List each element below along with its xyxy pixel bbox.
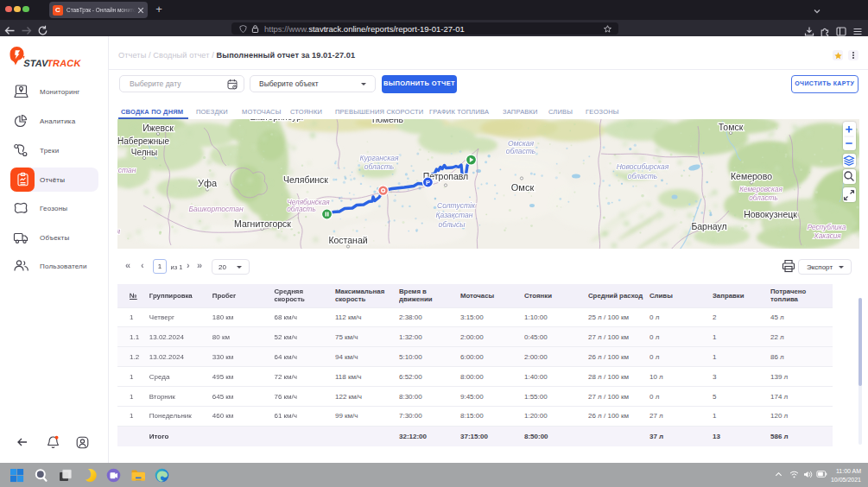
svg-text:Новосибирская: Новосибирская: [617, 162, 669, 171]
svg-text:Магнитогорск: Магнитогорск: [234, 218, 291, 228]
svg-text:Барнаул: Барнаул: [691, 221, 726, 231]
svg-text:область: область: [364, 162, 395, 171]
svg-text:Ижевск: Ижевск: [143, 122, 174, 132]
svg-text:Набережные: Набережные: [117, 136, 169, 146]
svg-text:область: область: [287, 206, 315, 213]
svg-text:Челны: Челны: [131, 148, 157, 157]
svg-text:Костанай: Костанай: [328, 235, 367, 245]
svg-text:Хакасия: Хакасия: [813, 231, 841, 239]
svg-text:Уфа: Уфа: [198, 177, 218, 187]
svg-text:Омская: Омская: [508, 138, 534, 147]
svg-text:Башкортостан: Башкортостан: [188, 204, 243, 212]
svg-text:Тюмень: Тюмень: [371, 119, 404, 124]
svg-text:P: P: [426, 179, 430, 187]
svg-text:область: область: [506, 147, 536, 155]
svg-text:Кемерово: Кемерово: [731, 171, 772, 181]
svg-text:Томск: Томск: [719, 122, 744, 132]
svg-text:Курганская: Курганская: [360, 154, 399, 162]
svg-text:область: область: [628, 171, 658, 180]
svg-text:облысы: облысы: [439, 220, 466, 229]
svg-text:Челябинск: Челябинск: [283, 174, 328, 184]
svg-text:Солтустік: Солтустік: [437, 201, 476, 210]
svg-text:стан: стан: [118, 166, 136, 174]
svg-text:Омск: Омск: [511, 182, 535, 193]
svg-text:Екатеринбург: Екатеринбург: [250, 119, 305, 122]
svg-text:область: область: [749, 193, 777, 201]
svg-text:Новокузнецк: Новокузнецк: [744, 208, 797, 218]
svg-text:Қазақстан: Қазақстан: [436, 211, 473, 219]
svg-text:Кемеровская: Кемеровская: [739, 185, 782, 193]
svg-text:TRACK: TRACK: [46, 58, 82, 68]
svg-text:Республика: Республика: [808, 223, 846, 231]
